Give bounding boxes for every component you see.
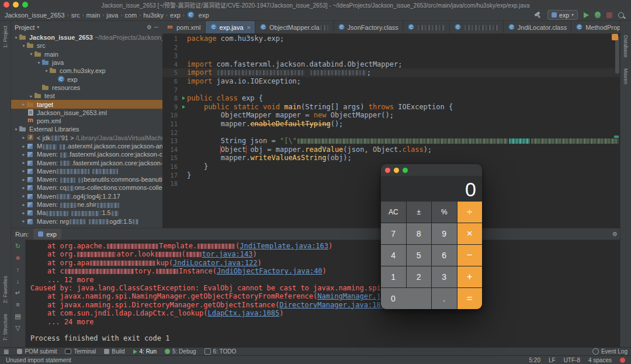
tree-item[interactable]: Jackson_issue_2653.iml xyxy=(11,109,162,117)
tool-stripe-button[interactable]: Maven xyxy=(623,68,629,84)
tree-expand-arrow-icon[interactable]: ▸ xyxy=(20,185,27,190)
tree-item[interactable]: ▾src xyxy=(11,41,162,50)
code-text[interactable] xyxy=(187,129,620,137)
code-text[interactable]: Object obj = mapper.readValue(json, Obje… xyxy=(187,145,620,154)
stop-button[interactable] xyxy=(606,12,612,18)
project-panel-title[interactable]: Project xyxy=(15,24,34,31)
tree-item[interactable]: ▸Ma :1.5 xyxy=(11,209,162,217)
tool-stripe-button[interactable]: 7: Structure xyxy=(2,314,8,341)
tree-expand-arrow-icon[interactable]: ▸ xyxy=(20,144,27,149)
breadcrumb-item[interactable]: Jackson_issue_2653 xyxy=(5,12,65,19)
hide-panel-icon[interactable]: ─ xyxy=(154,24,158,30)
clear-all-icon[interactable]: ▽ xyxy=(15,324,20,332)
calc-button-0[interactable]: 0 xyxy=(381,288,431,309)
search-everywhere-icon[interactable] xyxy=(618,12,624,18)
tree-expand-arrow-icon[interactable]: ▸ xyxy=(20,102,27,107)
calc-zoom-button[interactable] xyxy=(403,168,408,173)
tree-expand-arrow-icon[interactable]: ▾ xyxy=(28,51,34,57)
status-indicator[interactable]: UTF-8 xyxy=(564,357,580,363)
breadcrumb-item[interactable]: hu3sky xyxy=(143,12,164,19)
tree-item[interactable]: resources xyxy=(11,84,162,92)
stop-icon[interactable]: ■ xyxy=(16,254,20,262)
code-text[interactable]: ObjectMapper mapper = new ObjectMapper()… xyxy=(187,111,620,120)
tree-expand-arrow-icon[interactable]: ▾ xyxy=(20,43,27,48)
tree-item[interactable]: ▸Maven: beanutils:commons-beanuti xyxy=(11,175,162,183)
tree-item[interactable]: ▸target xyxy=(11,100,162,108)
tree-expand-arrow-icon[interactable]: ▸ xyxy=(20,177,27,182)
tool-stripe-button[interactable]: 1: Project xyxy=(2,26,8,48)
calc-button-%[interactable]: % xyxy=(432,202,457,223)
editor-tab[interactable]: MethodProperty.class xyxy=(571,21,620,33)
code-text[interactable]: import com.fasterxml.jackson.databind.Ob… xyxy=(187,60,620,69)
code-text[interactable] xyxy=(187,51,620,60)
calc-button-×[interactable]: × xyxy=(457,223,483,244)
scroll-to-end-icon[interactable]: ≡ xyxy=(16,301,19,308)
tree-expand-arrow-icon[interactable]: ▸ xyxy=(20,160,27,165)
code-text[interactable]: String json = "[\" xyxy=(187,137,620,145)
calc-button-8[interactable]: 8 xyxy=(407,223,432,244)
calc-button-±[interactable]: ± xyxy=(407,202,432,223)
tree-item[interactable]: ▸Maven: ne.shir xyxy=(11,200,162,209)
calc-button-9[interactable]: 9 xyxy=(432,223,457,244)
toolwindow-button-6-todo[interactable]: 6: TODO xyxy=(204,348,237,355)
tree-expand-arrow-icon[interactable]: ▸ xyxy=(20,202,27,207)
breadcrumb-item[interactable]: exp xyxy=(187,12,209,19)
editor-tab[interactable] xyxy=(450,21,504,33)
run-gutter-icon[interactable] xyxy=(182,105,185,109)
editor-tab[interactable]: JndiLocator.class xyxy=(504,21,571,33)
calc-close-button[interactable] xyxy=(385,168,390,173)
calc-button-=[interactable]: = xyxy=(457,288,483,309)
close-window-button[interactable] xyxy=(4,2,9,8)
inspection-status-icon[interactable] xyxy=(612,34,618,40)
calc-button-5[interactable]: 5 xyxy=(407,245,432,266)
tree-expand-arrow-icon[interactable]: ▸ xyxy=(20,219,27,224)
code-text[interactable]: public static void main(String[] args) t… xyxy=(187,103,620,112)
calc-minimize-button[interactable] xyxy=(394,168,399,173)
tree-item[interactable]: ▸test xyxy=(11,92,162,100)
run-panel-tab[interactable]: exp xyxy=(33,228,61,240)
calc-button-AC[interactable]: AC xyxy=(381,202,406,223)
tree-item[interactable]: ▾main xyxy=(11,50,162,58)
editor-tab[interactable]: exp.java× xyxy=(206,21,255,33)
breadcrumb-item[interactable]: java xyxy=(106,12,118,19)
calc-button-6[interactable]: 6 xyxy=(432,245,457,266)
settings-gear-icon[interactable]: ⚙ xyxy=(612,231,618,237)
zoom-window-button[interactable] xyxy=(22,2,28,8)
breadcrumb-item[interactable]: main xyxy=(86,12,100,19)
toolwindow-button-5-debug[interactable]: 5: Debug xyxy=(165,348,196,355)
soft-wrap-icon[interactable]: ↵ xyxy=(15,289,20,297)
code-text[interactable]: package com.hu3sky.exp; xyxy=(187,34,620,43)
breadcrumb-item[interactable]: exp xyxy=(170,12,181,19)
status-indicator[interactable]: 4 spaces xyxy=(588,357,612,363)
tree-item[interactable]: ▾External Libraries xyxy=(11,125,162,133)
status-indicator[interactable]: 5:20 xyxy=(529,357,540,363)
code-text[interactable]: mapper.writeValueAsString(obj); xyxy=(187,154,620,162)
tree-item[interactable]: ▾com.hu3sky.exp xyxy=(11,67,162,75)
tree-expand-arrow-icon[interactable]: ▸ xyxy=(20,152,27,157)
tree-item[interactable]: pom.xml xyxy=(11,117,162,125)
tree-expand-arrow-icon[interactable]: ▸ xyxy=(20,135,27,140)
tree-expand-arrow-icon[interactable]: ▾ xyxy=(13,127,19,132)
tool-stripe-button[interactable]: Database xyxy=(623,35,629,58)
calc-button-2[interactable]: 2 xyxy=(407,266,432,287)
tree-expand-arrow-icon[interactable]: ▾ xyxy=(13,35,19,40)
tree-item[interactable]: ▾java xyxy=(11,58,162,67)
tree-expand-arrow-icon[interactable]: ▾ xyxy=(43,68,50,74)
tree-item[interactable]: ▸Maven xyxy=(11,167,162,175)
calc-button-.[interactable]: . xyxy=(432,288,457,309)
editor-tab[interactable]: ObjectMapper.cla xyxy=(255,21,334,33)
calc-button-7[interactable]: 7 xyxy=(381,223,406,244)
rerun-icon[interactable]: ↻ xyxy=(15,242,20,250)
run-configuration-combo[interactable]: exp ▾ xyxy=(547,10,578,20)
tree-item[interactable]: ▸< jdk'91 > /Library/Java/JavaVirtualMac… xyxy=(11,134,162,142)
code-text[interactable]: mapper.enableDefaultTyping(); xyxy=(187,120,620,129)
toolwindow-switcher-icon[interactable]: ▦ xyxy=(4,348,9,355)
tree-expand-arrow-icon[interactable]: ▾ xyxy=(36,60,42,65)
tree-expand-arrow-icon[interactable]: ▸ xyxy=(20,193,27,199)
breadcrumb-item[interactable]: com xyxy=(124,12,137,19)
calc-button-1[interactable]: 1 xyxy=(381,266,406,287)
code-text[interactable] xyxy=(187,43,620,52)
tree-expand-arrow-icon[interactable]: ▸ xyxy=(20,168,27,174)
fatal-error-icon[interactable] xyxy=(620,358,625,363)
debug-button[interactable] xyxy=(595,12,601,18)
